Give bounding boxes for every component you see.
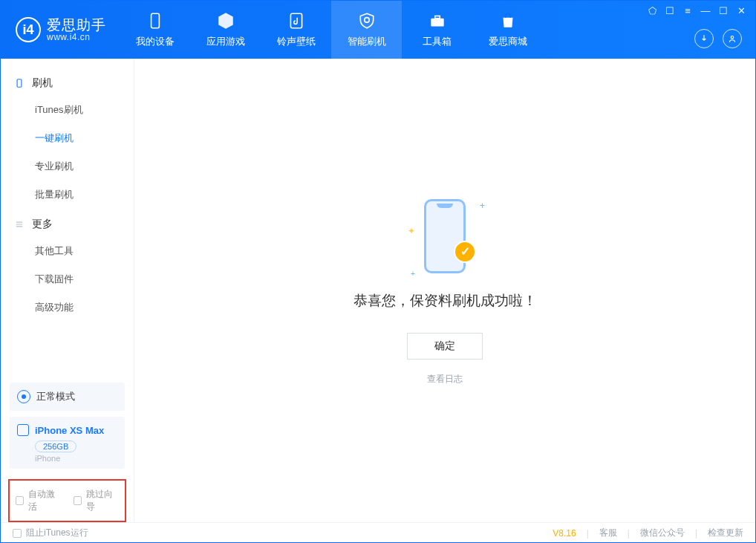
sidebar-item-advanced[interactable]: 高级功能 xyxy=(1,293,134,322)
feedback-icon[interactable]: ☐ xyxy=(665,5,675,16)
svg-point-5 xyxy=(731,36,734,39)
app-title: 爱思助手 xyxy=(47,18,106,32)
separator: | xyxy=(628,528,630,539)
sidebar-bottom: 正常模式 iPhone XS Max 256GB iPhone xyxy=(1,375,134,473)
sidebar-nav: 刷机 iTunes刷机 一键刷机 专业刷机 批量刷机 更多 其他工具 下载固件 … xyxy=(1,59,134,375)
ok-button[interactable]: 确定 xyxy=(407,333,483,360)
checkbox-label: 阻止iTunes运行 xyxy=(26,527,88,539)
app-site: www.i4.cn xyxy=(47,32,106,42)
sidebar-cat-flash: 刷机 xyxy=(1,68,134,96)
device-mode-chip[interactable]: 正常模式 xyxy=(10,383,125,411)
logo-text: 爱思助手 www.i4.cn xyxy=(47,18,106,42)
mode-label: 正常模式 xyxy=(36,390,75,403)
nav-label: 应用游戏 xyxy=(206,35,245,48)
close-icon[interactable]: ✕ xyxy=(736,5,746,16)
main-nav: 我的设备 应用游戏 铃声壁纸 智能刷机 工具箱 爱思商城 xyxy=(120,1,543,59)
checkbox-icon xyxy=(16,496,24,505)
version-label: V8.16 xyxy=(553,528,576,539)
device-icon xyxy=(146,11,165,30)
sidebar-item-download-firmware[interactable]: 下载固件 xyxy=(1,265,134,293)
svg-rect-1 xyxy=(290,13,302,28)
music-icon xyxy=(287,11,306,30)
shield-icon xyxy=(357,11,377,30)
checkbox-label: 跳过向导 xyxy=(86,488,119,513)
svg-point-2 xyxy=(364,18,369,23)
nav-label: 工具箱 xyxy=(423,35,452,48)
separator: | xyxy=(695,528,697,539)
checkbox-skip-wizard[interactable]: 跳过向导 xyxy=(74,488,120,513)
checkbox-label: 自动激活 xyxy=(28,488,61,513)
checkbox-block-itunes[interactable]: 阻止iTunes运行 xyxy=(13,527,88,539)
footer-link-wechat[interactable]: 微信公众号 xyxy=(640,527,685,539)
nav-smart-flash[interactable]: 智能刷机 xyxy=(331,1,402,59)
sidebar-cat-more: 更多 xyxy=(1,209,134,237)
maximize-icon[interactable]: ☐ xyxy=(718,5,729,16)
footer-link-update[interactable]: 检查更新 xyxy=(708,527,743,539)
cat-title: 更多 xyxy=(32,218,53,231)
view-log-link[interactable]: 查看日志 xyxy=(427,373,463,386)
logo-icon: i4 xyxy=(16,17,41,42)
check-badge-icon: ✓ xyxy=(454,241,476,263)
checkbox-auto-activate[interactable]: 自动激活 xyxy=(16,488,62,513)
separator: | xyxy=(587,528,589,539)
app-header: i4 爱思助手 www.i4.cn 我的设备 应用游戏 铃声壁纸 智能刷机 工具… xyxy=(1,1,755,59)
sidebar-item-batch-flash[interactable]: 批量刷机 xyxy=(1,181,134,209)
download-icon[interactable] xyxy=(694,29,714,48)
footer-right: V8.16 | 客服 | 微信公众号 | 检查更新 xyxy=(553,527,743,539)
checkbox-icon xyxy=(13,529,22,538)
sidebar-item-other-tools[interactable]: 其他工具 xyxy=(1,237,134,265)
sidebar-item-itunes-flash[interactable]: iTunes刷机 xyxy=(1,96,134,124)
checkbox-icon xyxy=(74,496,82,505)
flash-options-highlighted: 自动激活 跳过向导 xyxy=(8,479,126,522)
nav-ringtone-wallpaper[interactable]: 铃声壁纸 xyxy=(261,1,331,59)
success-illustration: ✦ + + ✓ xyxy=(408,196,482,278)
phone-icon xyxy=(17,424,29,436)
sidebar-item-pro-flash[interactable]: 专业刷机 xyxy=(1,152,134,181)
cube-icon xyxy=(216,11,235,30)
sidebar: 刷机 iTunes刷机 一键刷机 专业刷机 批量刷机 更多 其他工具 下载固件 … xyxy=(1,59,134,522)
capacity-badge: 256GB xyxy=(35,440,76,452)
app-logo[interactable]: i4 爱思助手 www.i4.cn xyxy=(1,1,120,59)
success-message: 恭喜您，保资料刷机成功啦！ xyxy=(353,291,537,310)
sparkle-icon: + xyxy=(411,270,415,278)
main-content: ✦ + + ✓ 恭喜您，保资料刷机成功啦！ 确定 查看日志 xyxy=(134,59,755,522)
cat-title: 刷机 xyxy=(32,77,53,90)
device-chip[interactable]: iPhone XS Max 256GB iPhone xyxy=(10,417,125,469)
window-controls: ⬠ ☐ ≡ — ☐ ✕ xyxy=(647,5,746,16)
nav-store[interactable]: 爱思商城 xyxy=(472,1,543,59)
nav-label: 爱思商城 xyxy=(489,35,527,48)
sparkle-icon: + xyxy=(480,201,485,211)
nav-apps-games[interactable]: 应用游戏 xyxy=(190,1,261,59)
menu-icon[interactable]: ≡ xyxy=(682,5,693,16)
toolbox-icon xyxy=(428,11,447,30)
nav-toolbox[interactable]: 工具箱 xyxy=(402,1,472,59)
app-body: 刷机 iTunes刷机 一键刷机 专业刷机 批量刷机 更多 其他工具 下载固件 … xyxy=(1,59,755,522)
nav-label: 智能刷机 xyxy=(348,35,386,48)
nav-label: 我的设备 xyxy=(136,35,175,48)
footer-link-support[interactable]: 客服 xyxy=(599,527,617,539)
svg-rect-3 xyxy=(431,19,443,27)
header-actions xyxy=(694,29,742,48)
sidebar-item-oneclick-flash[interactable]: 一键刷机 xyxy=(1,124,134,152)
device-name: iPhone XS Max xyxy=(35,425,104,436)
list-icon xyxy=(14,219,25,230)
sparkle-icon: ✦ xyxy=(408,226,415,236)
nav-label: 铃声壁纸 xyxy=(277,35,316,48)
user-icon[interactable] xyxy=(723,29,742,48)
phone-icon xyxy=(14,78,25,88)
bag-icon xyxy=(498,11,518,30)
nav-my-device[interactable]: 我的设备 xyxy=(120,1,190,59)
skin-icon[interactable]: ⬠ xyxy=(647,5,657,16)
minimize-icon[interactable]: — xyxy=(700,5,711,16)
mode-icon xyxy=(17,390,30,403)
device-type: iPhone xyxy=(35,454,117,463)
svg-rect-6 xyxy=(17,79,22,88)
svg-rect-4 xyxy=(434,16,440,19)
svg-rect-0 xyxy=(151,13,159,28)
status-bar: 阻止iTunes运行 V8.16 | 客服 | 微信公众号 | 检查更新 xyxy=(1,522,755,543)
